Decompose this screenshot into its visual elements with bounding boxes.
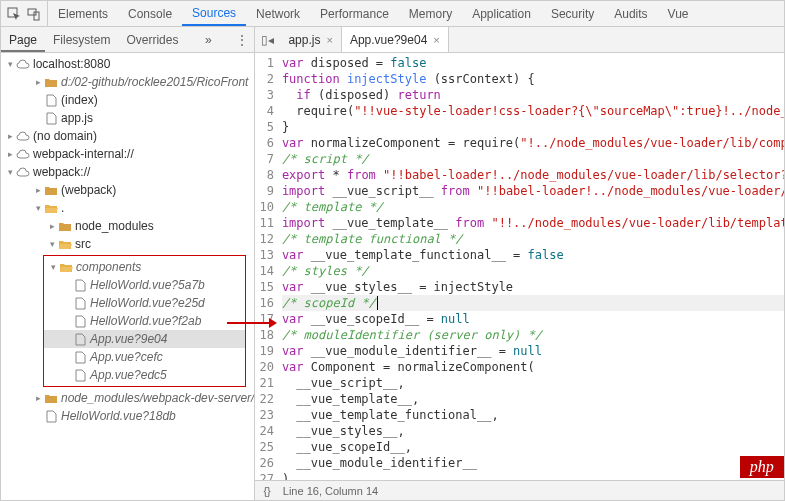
tree-item[interactable]: App.vue?edc5 — [44, 366, 245, 384]
code-line[interactable]: import __vue_script__ from "!!babel-load… — [282, 183, 785, 199]
close-icon[interactable]: × — [326, 34, 332, 46]
panel-tab-console[interactable]: Console — [118, 1, 182, 26]
code-line[interactable]: __vue_script__, — [282, 375, 785, 391]
tree-item[interactable]: HelloWorld.vue?18db — [1, 407, 254, 425]
tree-label: src — [75, 237, 91, 251]
expand-icon[interactable]: ▾ — [48, 262, 58, 272]
expand-icon[interactable]: ▸ — [33, 393, 43, 403]
expand-icon[interactable]: ▾ — [47, 239, 57, 249]
code-line[interactable]: function injectStyle (ssrContext) { — [282, 71, 785, 87]
code-line[interactable]: var __vue_scopeId__ = null — [282, 311, 785, 327]
brand-watermark: php — [740, 456, 784, 478]
sidebar-menu-icon[interactable]: ⋮ — [230, 33, 254, 47]
tree-item[interactable]: (index) — [1, 91, 254, 109]
editor-tab[interactable]: app.js× — [280, 27, 341, 52]
panel-tab-performance[interactable]: Performance — [310, 1, 399, 26]
device-icon[interactable] — [27, 7, 41, 21]
expand-icon[interactable]: ▸ — [33, 185, 43, 195]
tree-item[interactable]: HelloWorld.vue?f2ab — [44, 312, 245, 330]
code-line[interactable]: export * from "!!babel-loader!../node_mo… — [282, 167, 785, 183]
item-icon — [57, 221, 73, 232]
code-line[interactable]: var normalizeComponent = require("!../no… — [282, 135, 785, 151]
code-line[interactable]: __vue_scopeId__, — [282, 439, 785, 455]
editor-tab[interactable]: App.vue?9e04× — [342, 27, 449, 52]
code-line[interactable]: var __vue_module_identifier__ = null — [282, 343, 785, 359]
tree-item[interactable]: ▾localhost:8080 — [1, 55, 254, 73]
code-content[interactable]: var disposed = falsefunction injectStyle… — [282, 53, 785, 480]
code-line[interactable]: /* moduleIdentifier (server only) */ — [282, 327, 785, 343]
code-line[interactable]: /* styles */ — [282, 263, 785, 279]
tree-item[interactable]: App.vue?cefc — [44, 348, 245, 366]
expand-icon[interactable]: ▾ — [33, 203, 43, 213]
code-line[interactable]: /* scopeId */ — [282, 295, 785, 311]
tree-label: localhost:8080 — [33, 57, 110, 71]
sidebar: PageFilesystemOverrides » ⋮ ▾localhost:8… — [1, 27, 255, 500]
panel-tab-application[interactable]: Application — [462, 1, 541, 26]
code-line[interactable]: __vue_template__, — [282, 391, 785, 407]
code-line[interactable]: __vue_module_identifier__ — [282, 455, 785, 471]
tree-item[interactable]: ▸(no domain) — [1, 127, 254, 145]
panel-tab-sources[interactable]: Sources — [182, 1, 246, 26]
show-navigator-icon[interactable]: ▯◂ — [261, 33, 274, 47]
tree-item[interactable]: ▾webpack:// — [1, 163, 254, 181]
expand-icon[interactable]: ▸ — [33, 77, 43, 87]
panel-tab-audits[interactable]: Audits — [604, 1, 657, 26]
tree-item[interactable]: ▸node_modules — [1, 217, 254, 235]
item-icon — [57, 239, 73, 250]
tree-item[interactable]: HelloWorld.vue?5a7b — [44, 276, 245, 294]
expand-icon[interactable]: ▸ — [5, 149, 15, 159]
code-line[interactable]: import __vue_template__ from "!!../node_… — [282, 215, 785, 231]
panel-tab-vue[interactable]: Vue — [658, 1, 699, 26]
code-line[interactable]: var __vue_template_functional__ = false — [282, 247, 785, 263]
sidebar-more-icon[interactable]: » — [199, 33, 218, 47]
expand-icon[interactable]: ▸ — [5, 131, 15, 141]
inspect-icon[interactable] — [7, 7, 21, 21]
code-line[interactable]: /* template */ — [282, 199, 785, 215]
code-line[interactable]: } — [282, 119, 785, 135]
tree-item[interactable]: app.js — [1, 109, 254, 127]
expand-icon[interactable]: ▾ — [5, 59, 15, 69]
sidebar-tab-page[interactable]: Page — [1, 27, 45, 52]
editor-controls: ▯◂ — [255, 33, 280, 47]
tree-item[interactable]: ▸d:/02-github/rocklee2015/RicoFront — [1, 73, 254, 91]
expand-icon[interactable]: ▾ — [5, 167, 15, 177]
tree-item[interactable]: ▾src — [1, 235, 254, 253]
code-line[interactable]: /* script */ — [282, 151, 785, 167]
code-line[interactable]: var disposed = false — [282, 55, 785, 71]
tree-item[interactable]: HelloWorld.vue?e25d — [44, 294, 245, 312]
sidebar-tab-overrides[interactable]: Overrides — [118, 27, 186, 52]
tree-label: App.vue?edc5 — [90, 368, 167, 382]
panel-tab-elements[interactable]: Elements — [48, 1, 118, 26]
line-gutter: 1234567891011121314151617181920212223242… — [255, 53, 281, 480]
tree-item[interactable]: ▾components — [44, 258, 245, 276]
code-line[interactable]: __vue_styles__, — [282, 423, 785, 439]
item-icon — [72, 297, 88, 310]
tree-label: (index) — [61, 93, 98, 107]
code-line[interactable]: var __vue_styles__ = injectStyle — [282, 279, 785, 295]
close-icon[interactable]: × — [433, 34, 439, 46]
tree-item[interactable]: ▸node_modules/webpack-dev-server/ — [1, 389, 254, 407]
item-icon — [15, 59, 31, 69]
code-area[interactable]: 1234567891011121314151617181920212223242… — [255, 53, 785, 480]
tree-item[interactable]: ▸webpack-internal:// — [1, 145, 254, 163]
code-line[interactable]: if (disposed) return — [282, 87, 785, 103]
tree-item[interactable]: App.vue?9e04 — [44, 330, 245, 348]
panel-tab-security[interactable]: Security — [541, 1, 604, 26]
components-highlight: ▾componentsHelloWorld.vue?5a7bHelloWorld… — [43, 255, 246, 387]
panel-tab-network[interactable]: Network — [246, 1, 310, 26]
tree-item[interactable]: ▸(webpack) — [1, 181, 254, 199]
expand-icon[interactable]: ▸ — [47, 221, 57, 231]
code-line[interactable]: var Component = normalizeComponent( — [282, 359, 785, 375]
code-line[interactable]: __vue_template_functional__, — [282, 407, 785, 423]
code-line[interactable]: ) — [282, 471, 785, 480]
editor-panel: ▯◂ app.js×App.vue?9e04× 1234567891011121… — [255, 27, 785, 500]
item-icon — [58, 262, 74, 273]
sidebar-tab-filesystem[interactable]: Filesystem — [45, 27, 118, 52]
pretty-print-icon[interactable]: {} — [263, 485, 270, 497]
tree-item[interactable]: ▾. — [1, 199, 254, 217]
panel-tab-memory[interactable]: Memory — [399, 1, 462, 26]
code-line[interactable]: /* template functional */ — [282, 231, 785, 247]
tree-label: components — [76, 260, 141, 274]
item-icon — [72, 315, 88, 328]
code-line[interactable]: require("!!vue-style-loader!css-loader?{… — [282, 103, 785, 119]
